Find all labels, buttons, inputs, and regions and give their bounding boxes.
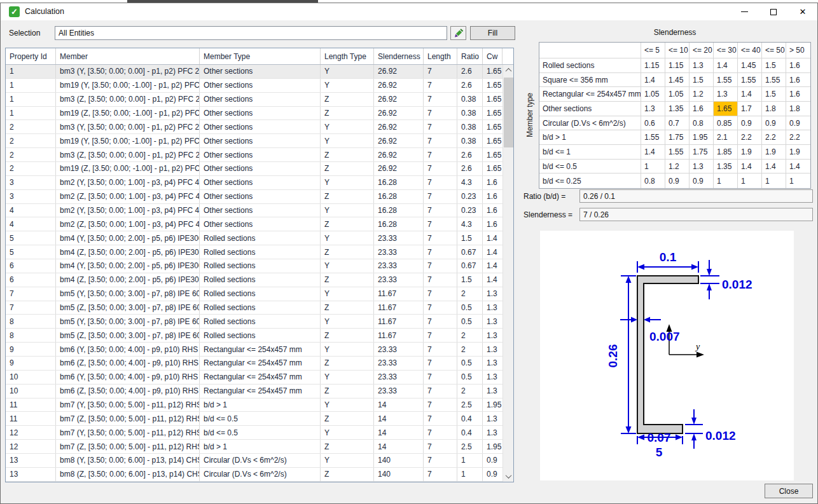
selection-input[interactable] [55, 26, 447, 40]
table-cell: 1.3 [483, 357, 503, 370]
table-cell: 2 [6, 148, 56, 161]
table-cell: 7 [424, 204, 457, 217]
member-type-cell: b/d <= 1 [539, 145, 641, 160]
table-cell: 0.5 [457, 301, 483, 315]
table-row[interactable]: 1bm19 (Y, [3.50; 0.00; -1.00] - p1, p2) … [6, 79, 503, 93]
slenderness-value-cell: 1.45 [665, 73, 690, 88]
slenderness-value-cell: 2.2 [786, 130, 810, 145]
table-row[interactable]: 5bm4 (Z, [3.50; 0.00; 2.00] - p5, p6) IP… [6, 245, 503, 259]
table-row[interactable]: 2bm19 (Y, [3.50; 0.00; -1.00] - p1, p2) … [6, 134, 503, 148]
column-header[interactable]: Slenderness [374, 48, 424, 64]
scrollbar-down-button[interactable] [503, 471, 514, 482]
table-cell: 7 [424, 259, 457, 273]
axis-y-label: y [695, 342, 700, 351]
edit-selection-button[interactable] [450, 26, 466, 40]
table-row[interactable]: 5bm4 (Y, [3.50; 0.00; 2.00] - p5, p6) IP… [6, 231, 503, 245]
slenderness-column-header: <= 10 [665, 43, 690, 58]
table-cell: 140 [374, 454, 424, 467]
column-header[interactable]: Length Type [321, 48, 374, 64]
table-row[interactable]: 6bm4 (Z, [3.50; 0.00; 2.00] - p5, p6) IP… [6, 273, 503, 287]
table-row[interactable]: 1bm3 (Z, [3.50; 0.00; 0.00] - p1, p2) PF… [6, 93, 503, 107]
dim-top-thickness: 0.012 [722, 278, 752, 291]
table-cell: Y [321, 176, 374, 189]
table-cell: 1.4 [483, 231, 503, 245]
table-row[interactable]: 12bm7 (Z, [3.50; 0.00; 5.00] - p11, p12)… [6, 440, 503, 454]
table-cell: 2 [457, 329, 483, 342]
table-cell: 16.28 [374, 217, 424, 231]
table-cell: Y [321, 134, 374, 147]
slenderness-value-cell: 2.1 [714, 130, 738, 145]
table-row[interactable]: 2bm19 (Z, [3.50; 0.00; -1.00] - p1, p2) … [6, 162, 503, 176]
table-row[interactable]: 6bm4 (Y, [3.50; 0.00; 2.00] - p5, p6) IP… [6, 259, 503, 273]
column-header[interactable]: Member Type [200, 48, 321, 64]
column-header[interactable]: Property Id [6, 48, 56, 64]
table-cell: bm5 (Z, [3.50; 0.00; 3.00] - p7, p8) IPE… [56, 329, 200, 342]
table-cell: Z [321, 245, 374, 259]
table-row[interactable]: 13bm8 (Z, [3.50; 0.00; 6.00] - p13, p14)… [6, 468, 503, 482]
scrollbar-up-button[interactable] [503, 65, 514, 76]
slenderness-column-header: <= 20 [690, 43, 714, 58]
ratio-value-box: 0.26 / 0.1 [579, 189, 813, 203]
table-cell: bm19 (Z, [3.50; 0.00; -1.00] - p1, p2) P… [56, 162, 200, 175]
table-row[interactable]: 4bm2 (Y, [3.50; 0.00; 1.00] - p3, p4) PF… [6, 204, 503, 218]
table-cell: 0.38 [457, 120, 483, 133]
slenderness-value-cell: 1.35 [714, 160, 738, 174]
table-row[interactable]: 4bm2 (Z, [3.50; 0.00; 1.00] - p3, p4) PF… [6, 217, 503, 231]
table-cell: 0.23 [457, 190, 483, 203]
slenderness-value-cell: 1.3 [641, 102, 665, 116]
table-row[interactable]: 9bm6 (Y, [3.50; 0.00; 4.00] - p9, p10) R… [6, 343, 503, 357]
table-cell: 4 [6, 217, 56, 231]
table-cell: 23.33 [374, 273, 424, 287]
table-row[interactable]: 11bm7 (Y, [3.50; 0.00; 5.00] - p11, p12)… [6, 398, 503, 412]
table-row[interactable]: 9bm6 (Z, [3.50; 0.00; 4.00] - p9, p10) R… [6, 357, 503, 371]
table-cell: bm6 (Z, [3.50; 0.00; 4.00] - p9, p10) RH… [56, 357, 200, 370]
column-header[interactable]: Member [56, 48, 200, 64]
table-row[interactable]: 3bm2 (Z, [3.50; 0.00; 1.00] - p3, p4) PF… [6, 190, 503, 204]
vertical-scrollbar[interactable] [503, 65, 513, 482]
table-row[interactable]: 8bm5 (Z, [3.50; 0.00; 3.00] - p7, p8) IP… [6, 329, 503, 343]
table-row[interactable]: 12bm7 (Y, [3.50; 0.00; 5.00] - p11, p12)… [6, 426, 503, 440]
table-row[interactable]: 1bm19 (Z, [3.50; 0.00; -1.00] - p1, p2) … [6, 107, 503, 121]
table-cell: 1.95 [483, 398, 503, 412]
table-cell: 3 [6, 190, 56, 203]
table-row[interactable]: 7bm5 (Y, [3.50; 0.00; 3.00] - p7, p8) IP… [6, 287, 503, 301]
table-row[interactable]: 2bm3 (Y, [3.50; 0.00; 0.00] - p1, p2) PF… [6, 120, 503, 134]
table-row[interactable]: 8bm5 (Y, [3.50; 0.00; 3.00] - p7, p8) IP… [6, 315, 503, 329]
table-cell: 26.92 [374, 120, 424, 133]
column-header[interactable]: Ratio [457, 48, 483, 64]
table-row[interactable]: 10bm6 (Y, [3.50; 0.00; 4.00] - p9, p10) … [6, 371, 503, 385]
table-cell: b/d <= 0.5 [200, 412, 321, 425]
maximize-button[interactable] [759, 3, 788, 20]
column-header[interactable]: Length [424, 48, 457, 64]
slenderness-value-cell: 1.3 [690, 58, 714, 73]
close-window-button[interactable]: ✕ [788, 3, 817, 20]
slenderness-value-cell: 1.55 [738, 73, 762, 88]
table-row[interactable]: 1bm3 (Y, [3.50; 0.00; 0.00] - p1, p2) PF… [6, 65, 503, 79]
slenderness-value-cell: 1.4 [762, 160, 786, 174]
fill-button[interactable]: Fill [470, 26, 515, 40]
scrollbar-thumb[interactable] [504, 78, 513, 147]
table-cell: 26.92 [374, 107, 424, 120]
slenderness-value-cell: 1.45 [738, 58, 762, 73]
table-cell: 7 [424, 245, 457, 259]
table-cell: 0.38 [457, 107, 483, 120]
member-type-cell: b/d <= 0.25 [539, 174, 641, 188]
table-cell: bm7 (Y, [3.50; 0.00; 5.00] - p11, p12) R… [56, 426, 200, 439]
table-cell: Rolled sections [200, 329, 321, 342]
table-cell: 11 [6, 412, 56, 425]
table-cell: bm6 (Y, [3.50; 0.00; 4.00] - p9, p10) RH… [56, 371, 200, 384]
table-row[interactable]: 11bm7 (Z, [3.50; 0.00; 5.00] - p11, p12)… [6, 412, 503, 426]
slenderness-value-cell: 1.15 [665, 58, 690, 73]
slenderness-value-cell: 1 [762, 174, 786, 188]
table-row[interactable]: 7bm5 (Z, [3.50; 0.00; 3.00] - p7, p8) IP… [6, 301, 503, 315]
table-cell: 1 [457, 454, 483, 467]
table-row[interactable]: 10bm6 (Z, [3.50; 0.00; 4.00] - p9, p10) … [6, 385, 503, 398]
table-row[interactable]: 13bm8 (Y, [3.50; 0.00; 6.00] - p13, p14)… [6, 454, 503, 468]
table-row[interactable]: 3bm2 (Y, [3.50; 0.00; 1.00] - p3, p4) PF… [6, 176, 503, 190]
table-row[interactable]: 2bm3 (Z, [3.50; 0.00; 0.00] - p1, p2) PF… [6, 148, 503, 162]
minimize-button[interactable] [730, 3, 759, 20]
column-header[interactable]: Cw [483, 48, 503, 64]
close-button[interactable]: Close [765, 484, 813, 498]
slenderness-row: b/d <= 11.41.551.751.851.91.91.9 [539, 145, 810, 160]
slenderness-value-cell: 1.4 [641, 73, 665, 88]
